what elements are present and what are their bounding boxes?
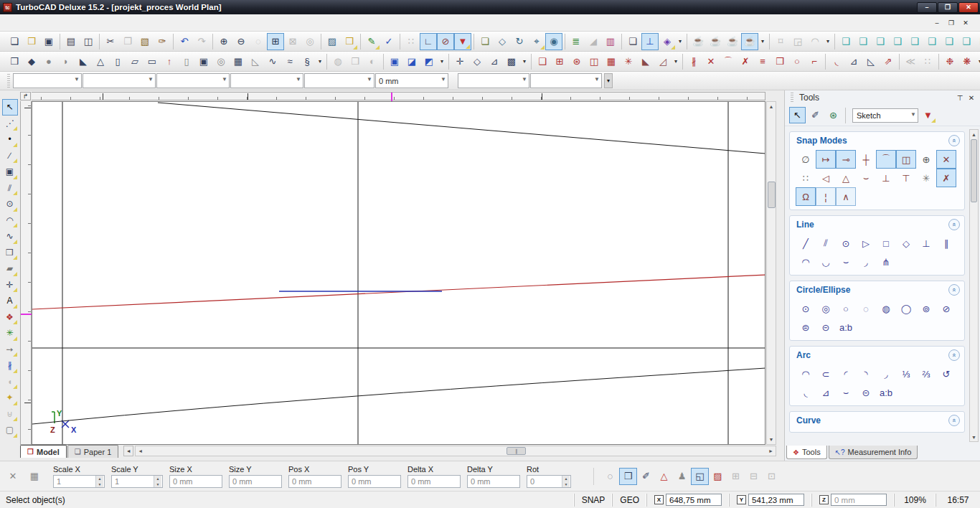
scroll-down-icon[interactable]: ▼ bbox=[767, 435, 776, 444]
tangent-two-arcs-icon[interactable]: ⌣ bbox=[836, 253, 856, 271]
concentric-circle-icon[interactable]: ◎ bbox=[816, 299, 836, 318]
cube-3d-icon[interactable]: ◇ bbox=[494, 33, 511, 50]
style-combo[interactable]: Sketch ▼ bbox=[852, 108, 918, 123]
thickness-combo[interactable]: 0 mm▼ bbox=[375, 73, 448, 88]
rectangle-icon[interactable]: □ bbox=[876, 234, 896, 253]
view-bottom-icon[interactable]: ❑ bbox=[889, 33, 906, 50]
open-file-icon[interactable]: ❒ bbox=[23, 33, 40, 50]
view-right-icon[interactable]: ❑ bbox=[923, 33, 941, 50]
select-by-type-icon[interactable]: ⌑ bbox=[772, 33, 789, 50]
paste-icon[interactable]: ▧ bbox=[136, 33, 154, 50]
save-icon[interactable]: ▣ bbox=[40, 33, 57, 50]
combo-arrow-icon[interactable]: ▼ bbox=[222, 76, 227, 83]
tangent-line-arc-icon[interactable]: ⊿ bbox=[816, 383, 836, 402]
snap-magnetic-icon[interactable]: Ω bbox=[796, 187, 816, 206]
trim-double-icon[interactable]: ∦ bbox=[685, 53, 702, 70]
perpendicular-line-icon[interactable]: ⊥ bbox=[916, 234, 936, 253]
collapse-line-icon[interactable]: « bbox=[948, 219, 960, 230]
panel-scroll-down-icon[interactable]: ▼ bbox=[970, 433, 978, 441]
hatch-pattern-icon[interactable]: ▩ bbox=[503, 53, 520, 70]
ratio-arc-icon[interactable]: a:b bbox=[876, 383, 896, 402]
zoom-selection-icon[interactable]: ◎ bbox=[301, 33, 319, 50]
panel-paint-can-icon[interactable]: ▼ bbox=[920, 107, 936, 123]
snap-center-icon[interactable]: ⊕ bbox=[916, 150, 936, 169]
close-button[interactable]: ✕ bbox=[958, 2, 979, 13]
view-front-icon[interactable]: ❑ bbox=[837, 33, 854, 50]
measure-angle-icon[interactable]: ⊿ bbox=[486, 53, 503, 70]
multiline-branch-icon[interactable]: ⋔ bbox=[876, 253, 896, 271]
boolean-overflow-icon[interactable]: ▾ bbox=[438, 53, 446, 70]
print-icon[interactable]: ▤ bbox=[62, 33, 80, 50]
scroll-right-icon[interactable]: ► bbox=[766, 446, 776, 456]
mdi-restore-button[interactable]: ❐ bbox=[944, 17, 958, 29]
combo-arrow-icon[interactable]: ▼ bbox=[910, 111, 916, 118]
paste-special-icon[interactable]: ❏ bbox=[476, 33, 494, 50]
inspector-input[interactable]: 1 ▲▼ bbox=[111, 475, 163, 488]
property-combo-3[interactable]: ▼ bbox=[156, 73, 230, 88]
snap-grid-icon[interactable]: ∷ bbox=[796, 169, 816, 187]
tangent-three-circle-icon[interactable]: ⊚ bbox=[916, 299, 936, 318]
curve-tool-icon[interactable]: ∿ bbox=[2, 228, 18, 245]
format-painter-can-icon[interactable]: ▼ bbox=[454, 33, 471, 50]
mesh-3d-icon[interactable]: ▦ bbox=[230, 53, 247, 70]
grid-toggle-icon[interactable]: ∷ bbox=[402, 33, 420, 50]
spinner-icon[interactable]: ▲▼ bbox=[95, 476, 103, 487]
fill-tool-icon[interactable]: ❖ bbox=[2, 309, 18, 326]
collapse-circle-icon[interactable]: « bbox=[948, 284, 960, 296]
panel-scroll-up-icon[interactable]: ▲ bbox=[970, 130, 978, 138]
rotated-rectangle-icon[interactable]: ◇ bbox=[896, 234, 916, 253]
table-mode-icon[interactable]: ▦ bbox=[26, 468, 43, 485]
axes-toggle-icon[interactable]: ⊥ bbox=[641, 33, 659, 50]
crossing-select-icon[interactable]: ▨ bbox=[709, 468, 727, 485]
move-tool-icon[interactable]: ✛ bbox=[2, 277, 18, 293]
spinner-icon[interactable]: ▲▼ bbox=[562, 476, 570, 487]
render-draft-icon[interactable]: ☕ bbox=[724, 33, 741, 50]
spline-3d-icon[interactable]: ≈ bbox=[281, 53, 298, 70]
insert-picture-icon[interactable]: ▨ bbox=[324, 33, 341, 50]
rotated-box-3d-icon[interactable]: ◆ bbox=[23, 53, 40, 70]
circle-tangent-icon[interactable]: ○ bbox=[788, 53, 806, 70]
inspector-input[interactable]: 0 mm ▲▼ bbox=[169, 475, 222, 488]
zoom-in-icon[interactable]: ⊕ bbox=[215, 33, 232, 50]
snap-angular-icon[interactable]: ∧ bbox=[836, 187, 856, 206]
zoom-window-icon[interactable]: ⊞ bbox=[267, 33, 284, 50]
snap-midpoint-icon[interactable]: ┼ bbox=[856, 150, 876, 169]
zoom-extents-icon[interactable]: ⊠ bbox=[284, 33, 301, 50]
toolbar-overflow-icon[interactable]: ▾ bbox=[676, 33, 684, 50]
view-top-icon[interactable]: ❑ bbox=[872, 33, 889, 50]
render-quality-icon[interactable]: ☕ bbox=[741, 33, 758, 50]
snap-perpendicular-base-icon[interactable]: ⊤ bbox=[896, 169, 916, 187]
align-nodes-icon[interactable]: ∷ bbox=[919, 53, 936, 70]
snap-nearest-facet-icon[interactable]: △ bbox=[836, 169, 856, 187]
zoom-printed-size-icon[interactable]: ◲ bbox=[789, 33, 806, 50]
render-options-tool-icon[interactable]: ✦ bbox=[2, 390, 18, 406]
fit-page-icon[interactable]: ❒ bbox=[771, 53, 788, 70]
panel-grip[interactable] bbox=[791, 93, 793, 103]
shrink-icon[interactable]: ≪ bbox=[902, 53, 919, 70]
single-line-icon[interactable]: ╱ bbox=[796, 234, 816, 253]
tangent-line-circle-icon[interactable]: ◍ bbox=[876, 299, 896, 318]
modify-overflow-icon[interactable]: ▾ bbox=[976, 53, 980, 70]
polar-array-icon[interactable]: ✳ bbox=[620, 53, 637, 70]
polyline-3d-icon[interactable]: ∿ bbox=[264, 53, 281, 70]
stretch-arrow-icon[interactable]: ⇗ bbox=[880, 53, 897, 70]
inspector-input[interactable]: 1 ▲▼ bbox=[53, 475, 105, 488]
tangent-two-circle-icon[interactable]: ◯ bbox=[896, 299, 916, 318]
transform-tool-icon[interactable]: ▢ bbox=[2, 422, 18, 438]
snap-coincident-icon[interactable]: ↦ bbox=[816, 150, 836, 169]
inspector-input[interactable]: 0 mm ▲▼ bbox=[467, 475, 520, 488]
box-3d-icon[interactable]: ❒ bbox=[6, 53, 23, 70]
boolean-union-icon[interactable]: ▣ bbox=[386, 53, 403, 70]
minimize-button[interactable]: – bbox=[917, 2, 937, 13]
lasso-select-icon[interactable]: ◌ bbox=[601, 468, 619, 485]
circular-array-icon[interactable]: ⊛ bbox=[568, 53, 585, 70]
snap-radial-icon[interactable]: ✳ bbox=[916, 169, 936, 187]
arc-1-3-2-icon[interactable]: ⅔ bbox=[916, 364, 936, 383]
panel-close-icon[interactable]: ✕ bbox=[966, 92, 977, 103]
panel-scrollbar[interactable]: ▲ ▼ bbox=[969, 129, 979, 442]
rotated-elliptical-arc-icon[interactable]: ⊝ bbox=[856, 383, 876, 402]
render-sphere-icon[interactable]: ◉ bbox=[545, 33, 562, 50]
hscroll-thumb[interactable]: ∥ bbox=[507, 447, 526, 455]
scale-copy-icon[interactable]: ◿ bbox=[654, 53, 672, 70]
property-combo-2[interactable]: ▼ bbox=[83, 73, 156, 88]
